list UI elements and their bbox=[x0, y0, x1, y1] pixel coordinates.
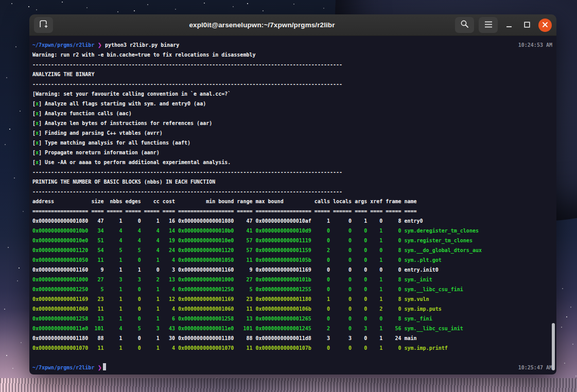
terminal-text: 0x0000000000001120 54 5 5 4 24 0x0000000… bbox=[32, 247, 482, 253]
terminal-text: 0x00000000000010e0 51 4 4 4 19 0x0000000… bbox=[32, 238, 473, 243]
terminal-text: Analyze all flags starting with sym. and… bbox=[45, 101, 206, 106]
terminal-text: 0x00000000000010b0 34 4 4 4 14 0x0000000… bbox=[32, 228, 479, 234]
starfield-bright bbox=[0, 0, 1, 1]
terminal-text: address size nbbs edges cc cost min boun… bbox=[32, 199, 417, 204]
close-icon bbox=[542, 21, 548, 30]
table-row: 0x00000000000011e0 101 4 5 3 43 0x000000… bbox=[32, 324, 553, 333]
terminal-text: Finding and parsing C++ vtables (avrr) bbox=[45, 130, 163, 136]
table-row: 0x0000000000001160 9 1 1 0 3 0x000000000… bbox=[32, 265, 553, 275]
close-button[interactable] bbox=[538, 19, 552, 32]
check-line: [x] Propagate noreturn information (aanr… bbox=[32, 148, 553, 157]
divider: ----------------------------------------… bbox=[32, 79, 553, 89]
blank-line bbox=[32, 353, 553, 363]
check-line: [x] Type matching analysis for all funct… bbox=[32, 138, 553, 148]
new-tab-icon bbox=[39, 20, 48, 30]
terminal-cursor bbox=[103, 363, 106, 370]
terminal-text: ] bbox=[39, 111, 45, 116]
search-button[interactable] bbox=[455, 17, 474, 33]
check-line: [x] Analyze all flags starting with sym.… bbox=[32, 99, 553, 109]
table-row: 0x0000000000001169 23 1 0 1 12 0x0000000… bbox=[32, 294, 553, 304]
table-row: 0x0000000000001120 54 5 5 4 24 0x0000000… bbox=[32, 245, 553, 255]
terminal-text: ❯ bbox=[97, 365, 101, 370]
table-row: 0x00000000000010e0 51 4 4 4 19 0x0000000… bbox=[32, 236, 553, 245]
table-row: 0x00000000000010b0 34 4 4 4 14 0x0000000… bbox=[32, 226, 553, 236]
terminal-text: Analyze function calls (aac) bbox=[45, 111, 132, 116]
terminal-text: ----------------------------------------… bbox=[32, 81, 342, 87]
terminal-text: 0x00000000000011e0 101 4 5 3 43 0x000000… bbox=[32, 326, 463, 331]
terminal-text: ~/7xpwn/prgms/r2libr bbox=[32, 42, 94, 48]
check-line: [x] Analyze function calls (aac) bbox=[32, 109, 553, 118]
table-row: 0x0000000000001250 5 1 0 1 4 0x000000000… bbox=[32, 284, 553, 294]
terminal-text: 0x0000000000001180 88 1 0 1 30 0x0000000… bbox=[32, 335, 417, 341]
scrollbar-thumb[interactable] bbox=[552, 323, 555, 370]
table-separator: ================== ==== ===== ===== ====… bbox=[32, 206, 553, 216]
prompt-timestamp: 10:24:53 AM bbox=[518, 40, 552, 50]
terminal-text: ] bbox=[39, 140, 45, 146]
minimize-icon bbox=[506, 21, 512, 30]
section-title: PRINTING THE NUMBER OF BASIC BLOCKS (nbb… bbox=[32, 177, 553, 187]
terminal-text: 0x0000000000001060 11 1 0 1 4 0x00000000… bbox=[32, 306, 442, 312]
table-header: address size nbbs edges cc cost min boun… bbox=[32, 197, 553, 206]
maximize-button[interactable] bbox=[520, 19, 534, 32]
check-line: [x] Finding and parsing C++ vtables (avr… bbox=[32, 128, 553, 138]
headerbar: expl0it@arsenelupwn:~/7xpwn/prgms/r2libr bbox=[29, 14, 556, 36]
terminal-text: 0x0000000000001000 27 3 3 2 13 0x0000000… bbox=[32, 277, 432, 282]
terminal-text: PRINTING THE NUMBER OF BASIC BLOCKS (nbb… bbox=[32, 179, 215, 185]
section-title: ANALYZING THE BINARY bbox=[32, 69, 553, 79]
terminal-text: Type matching analysis for all functions… bbox=[45, 140, 190, 146]
prompt-timestamp: 10:25:47 AM bbox=[518, 363, 552, 372]
terminal-text: 0x0000000000001169 23 1 0 1 12 0x0000000… bbox=[32, 296, 429, 302]
terminal-screen[interactable]: ~/7xpwn/prgms/r2libr ❯ python3 r2libr.py… bbox=[29, 36, 556, 375]
terminal-text: ----------------------------------------… bbox=[32, 189, 342, 194]
table-row: 0x0000000000001050 11 1 0 1 4 0x00000000… bbox=[32, 255, 553, 265]
terminal-text: Use -AA or aaaa to perform additional ex… bbox=[45, 159, 231, 165]
terminal-text: 0x0000000000001258 13 1 0 1 6 0x00000000… bbox=[32, 316, 432, 322]
anal-cc-warning: [Warning: set your favourite calling con… bbox=[32, 89, 553, 99]
terminal-text: 0x0000000000001070 11 1 0 1 4 0x00000000… bbox=[32, 345, 448, 351]
terminal-text: python3 r2libr.py binary bbox=[105, 42, 180, 48]
hamburger-menu-icon bbox=[484, 21, 493, 30]
terminal-text: ] bbox=[39, 150, 45, 155]
terminal-text: 0x0000000000001250 5 1 0 1 4 0x000000000… bbox=[32, 287, 463, 292]
terminal-text: 0x0000000000001050 11 1 0 1 4 0x00000000… bbox=[32, 257, 442, 263]
search-icon bbox=[460, 20, 469, 30]
terminal-text: ] bbox=[39, 159, 45, 165]
terminal-text: 0x0000000000001160 9 1 1 0 3 0x000000000… bbox=[32, 267, 439, 273]
table-row: 0x0000000000001070 11 1 0 1 4 0x00000000… bbox=[32, 343, 553, 353]
divider: ----------------------------------------… bbox=[32, 60, 553, 69]
table-row: 0x0000000000001000 27 3 3 2 13 0x0000000… bbox=[32, 275, 553, 284]
terminal-window: expl0it@arsenelupwn:~/7xpwn/prgms/r2libr bbox=[29, 14, 556, 375]
divider: ----------------------------------------… bbox=[32, 187, 553, 197]
menu-button[interactable] bbox=[479, 17, 498, 33]
terminal-text: ] bbox=[39, 120, 45, 126]
maximize-icon bbox=[524, 21, 530, 30]
terminal-text: ================== ==== ===== ===== ====… bbox=[32, 208, 417, 214]
prompt-line: ~/7xpwn/prgms/r2libr ❯ python3 r2libr.py… bbox=[32, 40, 553, 50]
check-line: [x] Use -AA or aaaa to perform additiona… bbox=[32, 157, 553, 167]
minimize-button[interactable] bbox=[502, 19, 516, 32]
prompt-line: ~/7xpwn/prgms/r2libr ❯10:25:47 AM bbox=[32, 363, 553, 372]
warning-line: Warning: run r2 with -e bin.cache=true t… bbox=[32, 50, 553, 60]
terminal-text: ANALYZING THE BINARY bbox=[32, 72, 94, 77]
table-row: 0x0000000000001258 13 1 0 1 6 0x00000000… bbox=[32, 314, 553, 324]
new-tab-button[interactable] bbox=[34, 17, 53, 33]
terminal-text: ❯ bbox=[97, 42, 101, 48]
table-row: 0x0000000000001180 88 1 0 1 30 0x0000000… bbox=[32, 333, 553, 343]
terminal-text: ----------------------------------------… bbox=[32, 62, 342, 67]
terminal-text: ] bbox=[39, 101, 45, 106]
planet-surface-background bbox=[0, 378, 577, 392]
terminal-text: Warning: run r2 with -e bin.cache=true t… bbox=[32, 52, 255, 58]
terminal-text: ----------------------------------------… bbox=[32, 169, 342, 175]
table-row: 0x0000000000001080 47 1 0 1 16 0x0000000… bbox=[32, 216, 553, 226]
terminal-text: ~/7xpwn/prgms/r2libr bbox=[32, 365, 94, 370]
terminal-text: ] bbox=[39, 130, 45, 136]
terminal-text: Propagate noreturn information (aanr) bbox=[45, 150, 160, 155]
terminal-text: 0x0000000000001080 47 1 0 1 16 0x0000000… bbox=[32, 218, 423, 224]
window-title: expl0it@arsenelupwn:~/7xpwn/prgms/r2libr bbox=[91, 21, 433, 29]
table-row: 0x0000000000001060 11 1 0 1 4 0x00000000… bbox=[32, 304, 553, 314]
terminal-text: [Warning: set your favourite calling con… bbox=[32, 91, 231, 97]
check-line: [x] Analyze len bytes of instructions fo… bbox=[32, 118, 553, 128]
terminal-text: Analyze len bytes of instructions for re… bbox=[45, 120, 212, 126]
divider: ----------------------------------------… bbox=[32, 167, 553, 177]
